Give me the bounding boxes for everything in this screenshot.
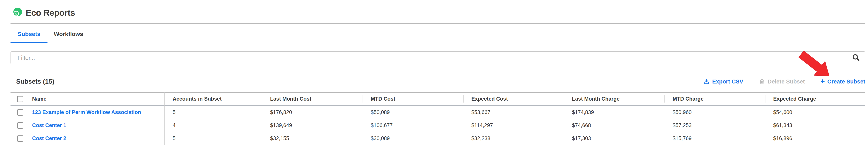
cell-last-month-cost: $176,820 [262,106,363,119]
cell-expected-charge: $16,896 [765,132,865,145]
column-label: MTD Cost [371,96,395,102]
cell-last-month-cost: $139,649 [262,119,363,132]
cell-last-month-charge: $174,839 [564,106,664,119]
delete-subset-label: Delete Subset [768,79,805,85]
cell-mtd-cost: $30,089 [363,132,463,145]
header-cell-last-month-cost: Last Month Cost [262,93,363,105]
cell-mtd-charge: $50,960 [664,106,765,119]
table-row: Cost Center 1 4 $139,649 $106,677 $114,2… [10,119,865,132]
subsets-heading: Subsets (15) [16,77,54,86]
cell-name: Cost Center 2 [10,132,164,145]
cell-mtd-charge: $15,769 [664,132,765,145]
select-all-checkbox[interactable] [17,96,23,102]
header-cell-mtd-charge: MTD Charge [664,93,765,105]
cell-expected-cost: $32,238 [463,132,564,145]
search-icon[interactable] [852,54,860,62]
plus-icon: + [820,79,825,84]
header-divider [10,23,865,24]
row-checkbox[interactable] [17,122,23,129]
cell-expected-cost: $53,667 [463,106,564,119]
cell-expected-charge: $61,343 [765,119,865,132]
cell-mtd-charge: $57,253 [664,119,765,132]
create-subset-label: Create Subset [827,79,865,85]
export-csv-label: Export CSV [712,79,743,85]
column-label: Accounts in Subset [173,96,222,102]
cell-mtd-cost: $106,677 [363,119,463,132]
header-right-divider [865,95,865,102]
row-checkbox[interactable] [17,109,23,116]
header-cell-expected-charge: Expected Charge [765,93,865,105]
tab-subsets[interactable]: Subsets [10,28,48,40]
table-row: 123 Example of Perm Workflow Association… [10,106,865,119]
cell-name: Cost Center 1 [10,119,164,132]
column-label: Name [32,96,46,102]
subset-name-link[interactable]: Cost Center 1 [32,122,66,128]
column-label: Expected Charge [773,96,816,102]
cell-accounts: 4 [164,119,262,132]
table-header-row: Name Accounts in Subset Last Month Cost … [10,92,865,106]
tab-bar: Subsets Workflows [0,28,868,43]
column-label: Last Month Cost [270,96,311,102]
header-cell-name: Name [10,93,164,105]
eco-reports-page: Eco Reports Subsets Workflows Subsets (1… [0,0,868,151]
filter-field [10,51,865,64]
subsets-table: Name Accounts in Subset Last Month Cost … [10,92,865,145]
download-icon [703,79,710,85]
cell-name: 123 Example of Perm Workflow Association [10,106,164,119]
toolbar: Subsets (15) Export CSV Delete Sub [10,77,865,86]
header-cell-last-month-charge: Last Month Charge [564,93,664,105]
row-checkbox[interactable] [17,135,23,142]
trash-icon [759,79,765,85]
cell-mtd-cost: $50,089 [363,106,463,119]
cell-last-month-charge: $17,303 [564,132,664,145]
tab-workflows[interactable]: Workflows [48,28,90,40]
name-column-divider [164,92,165,145]
cell-expected-cost: $114,297 [463,119,564,132]
column-label: MTD Charge [673,96,704,102]
cell-expected-charge: $54,600 [765,106,865,119]
cell-accounts: 5 [164,132,262,145]
filter-input[interactable] [10,51,865,64]
column-label: Last Month Charge [572,96,620,102]
tab-bar-border [10,42,865,43]
subset-name-link[interactable]: 123 Example of Perm Workflow Association [32,109,141,115]
subset-name-link[interactable]: Cost Center 2 [32,135,66,142]
cell-accounts: 5 [164,106,262,119]
header-cell-accounts: Accounts in Subset [164,93,262,105]
table-row: Cost Center 2 5 $32,155 $30,089 $32,238 … [10,132,865,145]
top-divider [0,2,868,2]
toolbar-actions: Export CSV Delete Subset + Create Subset [703,77,865,86]
column-label: Expected Cost [471,96,508,102]
header-cell-expected-cost: Expected Cost [463,93,564,105]
header-cell-mtd-cost: MTD Cost [363,93,463,105]
page-title: Eco Reports [26,8,75,18]
delete-subset-button[interactable]: Delete Subset [759,79,805,85]
create-subset-button[interactable]: + Create Subset [820,79,865,85]
cell-last-month-charge: $74,668 [564,119,664,132]
eco-logo-icon [12,8,23,18]
export-csv-button[interactable]: Export CSV [703,79,743,85]
active-tab-underline [10,42,48,43]
cell-last-month-cost: $32,155 [262,132,363,145]
